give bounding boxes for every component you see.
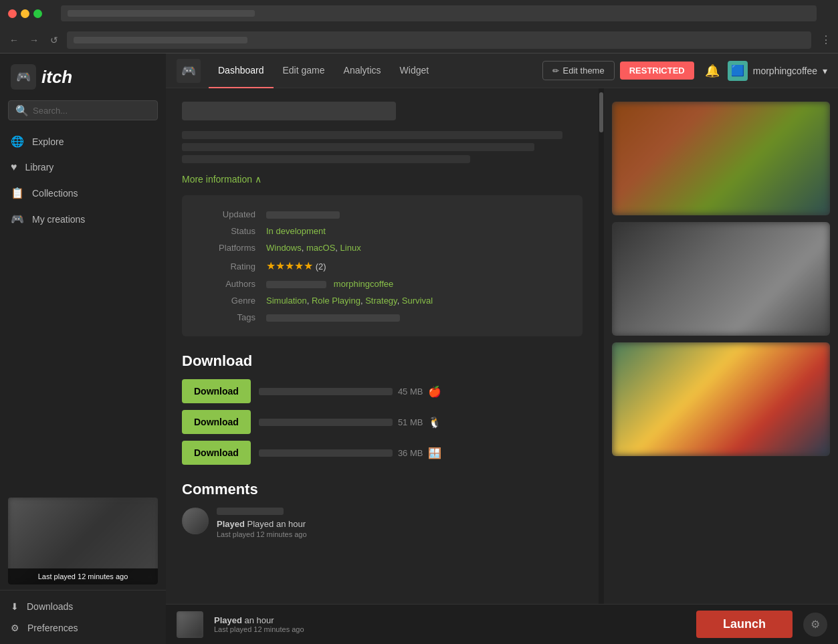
download-info-2: 51 MB 🐧 [259,416,583,429]
info-label-authors: Authors [195,279,255,289]
sidebar-item-library[interactable]: ♥ Library [0,154,166,180]
tab-analytics[interactable]: Analytics [334,53,391,88]
bottom-played-label: Played an hour [214,615,686,625]
status-link[interactable]: In development [266,226,326,236]
back-button[interactable]: ← [7,33,21,47]
info-row-genre: Genre Simulation, Role Playing, Strategy… [195,292,569,309]
download-button-3[interactable]: Download [182,441,251,465]
more-info-label: More information [182,174,252,185]
screenshot-2[interactable] [612,222,830,336]
bottom-game-thumb-image [177,611,203,638]
tab-widget[interactable]: Widget [391,53,439,88]
forward-button[interactable]: → [27,33,41,47]
platform-macos-link[interactable]: macOS [306,243,335,253]
minimize-button[interactable] [21,9,29,18]
search-input[interactable]: 🔍 Search... [8,100,158,120]
screenshot-1[interactable] [612,102,830,215]
explore-icon: 🌐 [11,135,24,148]
comment-body: Played Played an hour Last played 12 min… [217,508,307,538]
apple-platform-icon: 🍎 [428,385,441,398]
sidebar-item-my-creations[interactable]: 🎮 My creations [0,206,166,232]
info-label-status: Status [195,226,255,236]
sidebar-logo: 🎮 itch [0,59,166,100]
sidebar-item-preferences[interactable]: ⚙ Preferences [0,617,166,639]
author-blur [266,281,326,288]
screenshot-3[interactable] [612,342,830,456]
logo-icon: 🎮 [11,64,36,90]
updated-blur [266,211,340,219]
author-link[interactable]: morphingcoffee [334,279,393,289]
comments-title: Comments [182,481,583,498]
chevron-up-icon: ∧ [255,174,261,185]
info-row-tags: Tags [195,309,569,326]
browser-url-bar[interactable] [67,31,811,49]
genre-simulation-link[interactable]: Simulation [266,296,307,306]
info-label-updated: Updated [195,209,255,219]
game-title-blur [182,102,396,120]
titlebar-url-text [68,10,255,17]
platform-linux-link[interactable]: Linux [340,243,361,253]
info-row-updated: Updated [195,206,569,223]
close-button[interactable] [8,9,17,18]
tab-dashboard[interactable]: Dashboard [209,53,274,88]
avatar: 🟦 [728,61,748,81]
download-name-blur-1 [259,388,393,395]
search-placeholder: Search... [33,106,68,116]
info-table: Updated Status In development Platforms [182,195,583,336]
browser-url-text [74,37,247,43]
launch-button[interactable]: Launch [696,611,793,638]
sidebar-item-downloads[interactable]: ⬇ Downloads [0,596,166,617]
browser-menu-icon[interactable]: ⋮ [821,33,831,46]
screenshot-image-1 [612,102,830,215]
settings-button[interactable]: ⚙ [803,613,827,637]
sidebar-item-collections[interactable]: 📋 Collections [0,180,166,206]
download-section-title: Download [182,352,583,370]
comment-text: Played Played an hour [217,519,307,529]
scrollbar[interactable] [599,88,604,604]
edit-theme-label: Edit theme [563,66,605,76]
played-strong: Played [214,615,242,625]
creations-icon: 🎮 [11,213,24,225]
edit-theme-button[interactable]: ✏ Edit theme [542,61,615,80]
tab-edit-game[interactable]: Edit game [274,53,334,88]
more-information-link[interactable]: More information ∧ [182,174,583,185]
settings-icon: ⚙ [811,618,820,631]
maximize-button[interactable] [33,9,42,18]
sidebar-item-label: Explore [32,136,64,147]
download-item-2: Download 51 MB 🐧 [182,410,583,434]
sidebar-item-label: Library [25,162,54,173]
played-time: Played an hour [247,519,306,529]
comment-item-1: Played Played an hour Last played 12 min… [182,508,583,538]
commenter-avatar [182,508,209,534]
genre-strategy-link[interactable]: Strategy [365,296,397,306]
download-size-3: 36 MB [398,448,423,458]
game-desc-2 [182,143,534,151]
comment-last-played: Last played 12 minutes ago [217,530,307,538]
bottom-bar: Played an hour Last played 12 minutes ag… [166,604,838,644]
user-menu[interactable]: 🟦 morphingcoffee ▾ [728,61,827,81]
titlebar-url-bar [61,5,817,21]
download-name-blur-2 [259,419,393,426]
stars: ★★★★★ [266,260,313,272]
info-row-authors: Authors morphingcoffee [195,276,569,292]
played-time-value: an hour [245,615,274,625]
played-label: Played [217,519,245,529]
download-button-1[interactable]: Download [182,379,251,403]
refresh-button[interactable]: ↺ [47,33,62,47]
content-main: More information ∧ Updated Status In [166,88,599,604]
download-button-2[interactable]: Download [182,410,251,434]
notifications-bell-icon[interactable]: 🔔 [705,64,720,78]
sidebar-item-explore[interactable]: 🌐 Explore [0,128,166,154]
info-label-platforms: Platforms [195,243,255,253]
sidebar-game-thumbnail[interactable]: Last played 12 minutes ago [8,498,158,584]
platform-windows-link[interactable]: Windows [266,243,302,253]
genre-survival-link[interactable]: Survival [402,296,433,306]
genre-roleplaying-link[interactable]: Role Playing [312,296,360,306]
logo-game-icon: 🎮 [16,70,31,84]
download-size-1: 45 MB [398,387,423,397]
download-info-1: 45 MB 🍎 [259,385,583,398]
browser-bar: ← → ↺ ⋮ [0,27,838,53]
info-value-genre: Simulation, Role Playing, Strategy, Surv… [266,296,433,306]
username-label: morphingcoffee [753,66,817,76]
scrollbar-thumb[interactable] [599,92,603,132]
